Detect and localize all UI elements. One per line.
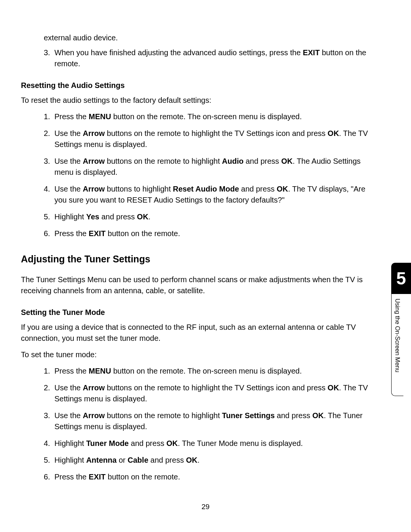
bold-text: Arrow [83,185,105,193]
bold-text: OK [277,185,288,193]
bold-text: OK [137,212,148,221]
bold-text: Arrow [83,411,105,420]
resetting-list: 1. Press the MENU button on the remote. … [44,111,377,239]
text: Highlight [54,212,86,221]
text: Use the [54,157,83,165]
bold-text: EXIT [89,229,105,238]
bold-text: Arrow [83,129,105,137]
chapter-tab: 5 Using the On-Screen Menu [391,263,411,396]
bold-text: Arrow [83,157,105,165]
item-number: 5. [44,455,50,466]
item-number: 3. [44,47,50,58]
item-number: 2. [44,382,50,393]
list-item: 4. Use the Arrow buttons to highlight Re… [44,184,377,206]
continuation-text: external audio device. [44,32,377,43]
bold-text: Arrow [83,383,105,392]
bold-text: Cable [127,456,148,464]
list-item: 3. Use the Arrow buttons on the remote t… [44,156,377,178]
text: Press the [54,367,89,375]
bold-text: MENU [89,112,111,121]
item-number: 1. [44,111,50,122]
item-number: 6. [44,228,50,239]
list-item: 3. Use the Arrow buttons on the remote t… [44,410,377,432]
text: and press [239,185,277,193]
text: button on the remote. [106,229,180,238]
document-page: external audio device. 3. When you have … [0,0,411,512]
text: buttons on the remote to highlight the T… [105,383,328,392]
subheading-resetting-audio: Resetting the Audio Settings [21,80,377,91]
text: button on the remote. [106,473,180,481]
bold-text: Yes [86,212,99,221]
chapter-number: 5 [391,263,411,294]
text: . The Tuner Mode menu is displayed. [178,439,303,447]
text: and press [129,439,166,447]
bold-text: Tuner Mode [86,439,129,447]
item-number: 2. [44,128,50,139]
text: and press [244,157,281,165]
text: Use the [54,129,83,137]
text: Highlight [54,456,86,464]
bold-text: OK [328,383,339,392]
bold-text: Reset Audio Mode [173,185,239,193]
item-number: 6. [44,471,50,482]
bold-text: MENU [89,367,111,375]
text: or [116,456,127,464]
text: Use the [54,411,83,420]
list-item: 3. When you have finished adjusting the … [44,47,377,69]
list-item: 6. Press the EXIT button on the remote. [44,471,377,482]
tuner-description: If you are using a device that is connec… [21,322,377,344]
text: and press [275,411,312,420]
list-item: 5. Highlight Yes and press OK. [44,211,377,222]
bold-text: OK [312,411,324,420]
list-item: 2. Use the Arrow buttons on the remote t… [44,128,377,150]
item-number: 5. [44,211,50,222]
text: When you have finished adjusting the adv… [54,48,303,57]
text: Use the [54,383,83,392]
text: buttons on the remote to highlight [105,411,222,420]
item-number: 3. [44,156,50,167]
list-item: 6. Press the EXIT button on the remote. [44,228,377,239]
item-number: 4. [44,184,50,195]
list-item: 4. Highlight Tuner Mode and press OK. Th… [44,438,377,449]
tuner-intro: The Tuner Settings Menu can be used to p… [21,274,377,296]
text: . [148,212,151,221]
bold-text: Tuner Settings [222,411,275,420]
list-item: 2. Use the Arrow buttons on the remote t… [44,382,377,404]
bold-text: EXIT [89,473,105,481]
text: Use the [54,185,83,193]
text: buttons on the remote to highlight [105,157,222,165]
bold-text: Antenna [86,456,116,464]
bold-text: OK [186,456,198,464]
text: . [198,456,200,464]
bold-text: OK [328,129,339,137]
text: Press the [54,229,89,238]
item-number: 4. [44,438,50,449]
tuner-lead: To set the tuner mode: [21,349,377,360]
text: and press [148,456,186,464]
bold-text: Audio [222,157,244,165]
bold-text: EXIT [303,48,320,57]
bold-text: OK [166,439,178,447]
intro-text: To reset the audio settings to the facto… [21,95,377,106]
item-number: 1. [44,366,50,377]
text: Highlight [54,439,86,447]
section-heading-tuner: Adjusting the Tuner Settings [21,252,377,266]
text: Press the [54,473,89,481]
list-item: 1. Press the MENU button on the remote. … [44,111,377,122]
bold-text: OK [281,157,293,165]
text: buttons to highlight [105,185,173,193]
text: Press the [54,112,89,121]
subheading-tuner-mode: Setting the Tuner Mode [21,307,377,318]
list-item: 1. Press the MENU button on the remote. … [44,366,377,377]
top-list: 3. When you have finished adjusting the … [44,47,377,69]
tuner-list: 1. Press the MENU button on the remote. … [44,366,377,482]
text: button on the remote. The on-screen menu… [111,112,302,121]
list-item: 5. Highlight Antenna or Cable and press … [44,455,377,466]
item-number: 3. [44,410,50,421]
text: and press [99,212,137,221]
chapter-label: Using the On-Screen Menu [391,294,403,396]
text: button on the remote. The on-screen menu… [111,367,302,375]
text: buttons on the remote to highlight the T… [105,129,328,137]
page-number: 29 [0,502,411,512]
